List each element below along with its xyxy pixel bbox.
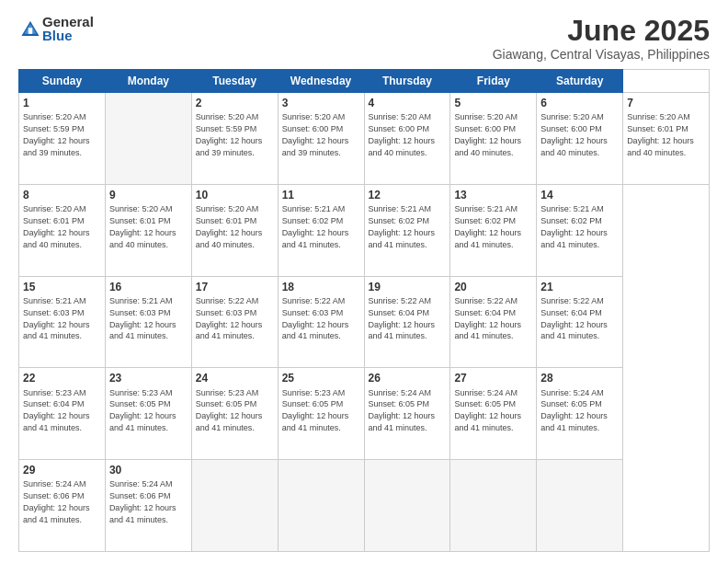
calendar-cell-empty <box>450 460 537 552</box>
day-number: 9 <box>109 188 188 202</box>
day-number: 14 <box>540 188 619 202</box>
header: General Blue June 2025 Giawang, Central … <box>18 15 710 62</box>
calendar-cell-12: 12Sunrise: 5:21 AMSunset: 6:02 PMDayligh… <box>364 184 450 276</box>
calendar-cell-empty <box>105 93 191 185</box>
logo-text: General Blue <box>42 15 94 42</box>
day-info: Sunrise: 5:20 AMSunset: 6:00 PMDaylight:… <box>540 112 608 156</box>
day-number: 5 <box>454 96 532 110</box>
day-number: 6 <box>540 96 619 110</box>
day-number: 13 <box>454 188 532 202</box>
day-number: 7 <box>627 96 705 110</box>
day-info: Sunrise: 5:20 AMSunset: 6:00 PMDaylight:… <box>369 112 436 156</box>
calendar-cell-7: 7Sunrise: 5:20 AMSunset: 6:01 PMDaylight… <box>623 93 710 185</box>
calendar-row: 15Sunrise: 5:21 AMSunset: 6:03 PMDayligh… <box>19 276 710 368</box>
day-info: Sunrise: 5:24 AMSunset: 6:05 PMDaylight:… <box>369 388 436 432</box>
calendar-cell-13: 13Sunrise: 5:21 AMSunset: 6:02 PMDayligh… <box>450 184 537 276</box>
calendar-row: 22Sunrise: 5:23 AMSunset: 6:04 PMDayligh… <box>19 368 710 460</box>
day-info: Sunrise: 5:20 AMSunset: 5:59 PMDaylight:… <box>196 112 263 156</box>
day-info: Sunrise: 5:20 AMSunset: 6:00 PMDaylight:… <box>282 112 349 156</box>
calendar-cell-23: 23Sunrise: 5:23 AMSunset: 6:05 PMDayligh… <box>105 368 191 460</box>
day-info: Sunrise: 5:22 AMSunset: 6:04 PMDaylight:… <box>369 296 436 340</box>
day-info: Sunrise: 5:22 AMSunset: 6:03 PMDaylight:… <box>196 296 263 340</box>
calendar-cell-4: 4Sunrise: 5:20 AMSunset: 6:00 PMDaylight… <box>364 93 450 185</box>
day-info: Sunrise: 5:24 AMSunset: 6:05 PMDaylight:… <box>454 388 521 432</box>
calendar-table: SundayMondayTuesdayWednesdayThursdayFrid… <box>18 69 710 552</box>
day-number: 12 <box>369 188 447 202</box>
day-info: Sunrise: 5:23 AMSunset: 6:05 PMDaylight:… <box>109 388 176 432</box>
calendar-cell-25: 25Sunrise: 5:23 AMSunset: 6:05 PMDayligh… <box>278 368 364 460</box>
day-number: 10 <box>196 188 274 202</box>
calendar-cell-2: 2Sunrise: 5:20 AMSunset: 5:59 PMDaylight… <box>191 93 278 185</box>
title-block: June 2025 Giawang, Central Visayas, Phil… <box>493 15 710 62</box>
logo: General Blue <box>18 15 94 42</box>
day-number: 17 <box>196 280 274 294</box>
logo-icon <box>20 18 40 39</box>
day-info: Sunrise: 5:21 AMSunset: 6:03 PMDaylight:… <box>23 296 90 340</box>
day-info: Sunrise: 5:22 AMSunset: 6:04 PMDaylight:… <box>540 296 608 340</box>
day-number: 29 <box>23 463 101 477</box>
day-number: 19 <box>369 280 447 294</box>
day-number: 16 <box>109 280 188 294</box>
calendar-cell-empty <box>278 460 364 552</box>
month-title: June 2025 <box>493 15 710 47</box>
day-number: 20 <box>454 280 532 294</box>
day-number: 2 <box>196 96 274 110</box>
day-number: 25 <box>282 371 360 385</box>
calendar-cell-29: 29Sunrise: 5:24 AMSunset: 6:06 PMDayligh… <box>19 460 106 552</box>
day-number: 1 <box>23 96 101 110</box>
calendar-cell-empty <box>364 460 450 552</box>
col-header-monday: Monday <box>105 70 191 93</box>
day-info: Sunrise: 5:21 AMSunset: 6:02 PMDaylight:… <box>454 204 521 248</box>
calendar-row: 8Sunrise: 5:20 AMSunset: 6:01 PMDaylight… <box>19 184 710 276</box>
day-info: Sunrise: 5:21 AMSunset: 6:02 PMDaylight:… <box>540 204 608 248</box>
calendar-cell-6: 6Sunrise: 5:20 AMSunset: 6:00 PMDaylight… <box>537 93 623 185</box>
calendar-row: 29Sunrise: 5:24 AMSunset: 6:06 PMDayligh… <box>19 460 710 552</box>
day-number: 21 <box>540 280 619 294</box>
day-number: 3 <box>282 96 360 110</box>
day-number: 18 <box>282 280 360 294</box>
day-info: Sunrise: 5:24 AMSunset: 6:06 PMDaylight:… <box>23 479 90 523</box>
day-number: 15 <box>23 280 101 294</box>
calendar-cell-20: 20Sunrise: 5:22 AMSunset: 6:04 PMDayligh… <box>450 276 537 368</box>
day-info: Sunrise: 5:20 AMSunset: 6:01 PMDaylight:… <box>196 204 263 248</box>
calendar-row: 1Sunrise: 5:20 AMSunset: 5:59 PMDaylight… <box>19 93 710 185</box>
calendar-cell-21: 21Sunrise: 5:22 AMSunset: 6:04 PMDayligh… <box>537 276 623 368</box>
day-info: Sunrise: 5:21 AMSunset: 6:02 PMDaylight:… <box>282 204 349 248</box>
day-number: 26 <box>369 371 447 385</box>
day-info: Sunrise: 5:23 AMSunset: 6:05 PMDaylight:… <box>196 388 263 432</box>
calendar-cell-5: 5Sunrise: 5:20 AMSunset: 6:00 PMDaylight… <box>450 93 537 185</box>
day-info: Sunrise: 5:23 AMSunset: 6:04 PMDaylight:… <box>23 388 90 432</box>
calendar-cell-10: 10Sunrise: 5:20 AMSunset: 6:01 PMDayligh… <box>191 184 278 276</box>
col-header-wednesday: Wednesday <box>278 70 364 93</box>
location: Giawang, Central Visayas, Philippines <box>493 47 710 62</box>
calendar-cell-3: 3Sunrise: 5:20 AMSunset: 6:00 PMDaylight… <box>278 93 364 185</box>
calendar-cell-8: 8Sunrise: 5:20 AMSunset: 6:01 PMDaylight… <box>19 184 106 276</box>
day-info: Sunrise: 5:20 AMSunset: 6:00 PMDaylight:… <box>454 112 521 156</box>
day-number: 11 <box>282 188 360 202</box>
day-info: Sunrise: 5:20 AMSunset: 5:59 PMDaylight:… <box>23 112 90 156</box>
day-number: 22 <box>23 371 101 385</box>
calendar-cell-22: 22Sunrise: 5:23 AMSunset: 6:04 PMDayligh… <box>19 368 106 460</box>
day-number: 23 <box>109 371 188 385</box>
day-info: Sunrise: 5:24 AMSunset: 6:06 PMDaylight:… <box>109 479 176 523</box>
day-number: 4 <box>369 96 447 110</box>
calendar-cell-16: 16Sunrise: 5:21 AMSunset: 6:03 PMDayligh… <box>105 276 191 368</box>
day-info: Sunrise: 5:20 AMSunset: 6:01 PMDaylight:… <box>109 204 176 248</box>
calendar-cell-1: 1Sunrise: 5:20 AMSunset: 5:59 PMDaylight… <box>19 93 106 185</box>
calendar-cell-9: 9Sunrise: 5:20 AMSunset: 6:01 PMDaylight… <box>105 184 191 276</box>
calendar-cell-30: 30Sunrise: 5:24 AMSunset: 6:06 PMDayligh… <box>105 460 191 552</box>
day-info: Sunrise: 5:22 AMSunset: 6:03 PMDaylight:… <box>282 296 349 340</box>
logo-blue: Blue <box>42 29 94 42</box>
col-header-tuesday: Tuesday <box>191 70 278 93</box>
calendar-cell-empty <box>191 460 278 552</box>
day-info: Sunrise: 5:20 AMSunset: 6:01 PMDaylight:… <box>23 204 90 248</box>
day-number: 28 <box>540 371 619 385</box>
col-header-thursday: Thursday <box>364 70 450 93</box>
calendar-cell-26: 26Sunrise: 5:24 AMSunset: 6:05 PMDayligh… <box>364 368 450 460</box>
day-info: Sunrise: 5:21 AMSunset: 6:02 PMDaylight:… <box>369 204 436 248</box>
day-info: Sunrise: 5:24 AMSunset: 6:05 PMDaylight:… <box>540 388 608 432</box>
calendar-cell-11: 11Sunrise: 5:21 AMSunset: 6:02 PMDayligh… <box>278 184 364 276</box>
day-number: 27 <box>454 371 532 385</box>
calendar-cell-24: 24Sunrise: 5:23 AMSunset: 6:05 PMDayligh… <box>191 368 278 460</box>
calendar-cell-17: 17Sunrise: 5:22 AMSunset: 6:03 PMDayligh… <box>191 276 278 368</box>
